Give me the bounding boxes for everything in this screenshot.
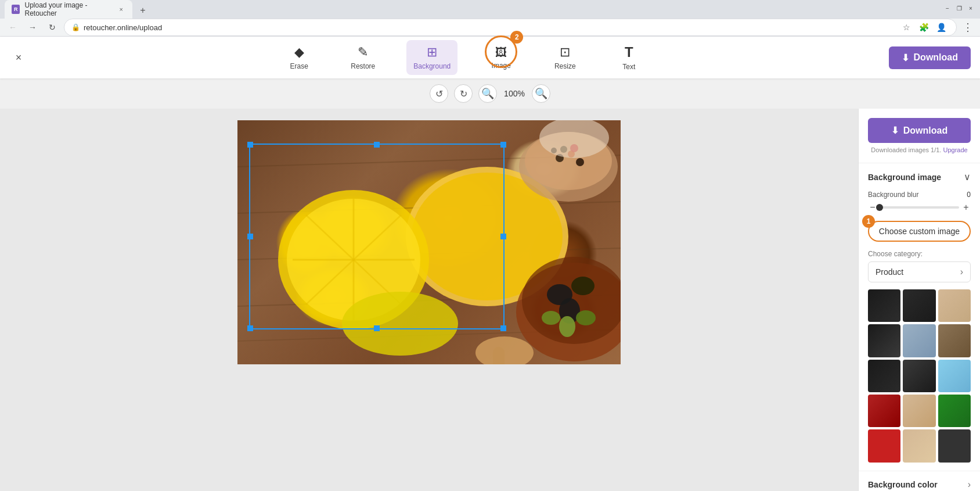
thumb-10[interactable] <box>868 395 900 427</box>
blur-value: 0 <box>967 191 971 199</box>
tool-restore[interactable]: ✎ Restore <box>343 40 383 75</box>
tab-favicon: R <box>12 5 20 14</box>
category-select[interactable]: Product › <box>868 261 971 282</box>
thumb-15[interactable] <box>938 429 971 462</box>
image-label: Image <box>492 62 511 70</box>
lock-icon: 🔒 <box>71 23 80 31</box>
svg-point-28 <box>542 311 560 325</box>
category-value: Product <box>875 267 903 277</box>
blur-track[interactable] <box>880 206 959 209</box>
thumb-2[interactable] <box>903 289 935 322</box>
new-tab-btn[interactable]: + <box>135 2 151 19</box>
step2-badge: 2 <box>510 31 523 44</box>
window-controls: − ❐ × <box>943 3 975 13</box>
tool-group: ◆ Erase ✎ Restore ⊞ Background 2 <box>39 40 889 76</box>
category-arrow-icon: › <box>960 267 963 277</box>
thumb-9[interactable] <box>938 360 971 392</box>
thumb-8[interactable] <box>903 360 935 392</box>
tool-image[interactable]: 🖼 Image <box>481 41 521 74</box>
panel-download-section: ⬇ Download Downloaded images 1/1. Upgrad… <box>859 109 980 163</box>
active-tab[interactable]: R Upload your image - Retoucher × <box>5 0 132 19</box>
thumb-13[interactable] <box>868 429 900 462</box>
choose-custom-image-btn[interactable]: Choose custom image <box>868 221 971 242</box>
download-arrow-icon: ⬇ <box>902 52 909 63</box>
canvas-image <box>237 120 621 364</box>
undo-btn[interactable]: ↺ <box>430 84 448 103</box>
right-panel: ⬇ Download Downloaded images 1/1. Upgrad… <box>858 109 980 491</box>
panel-download-note: Downloaded images 1/1. Upgrade <box>868 146 971 153</box>
url-text: retoucher.online/upload <box>84 23 162 32</box>
forward-btn[interactable]: → <box>24 19 41 35</box>
thumb-6[interactable] <box>938 324 971 357</box>
app-area: × ◆ Erase ✎ Restore ⊞ Background <box>0 37 980 491</box>
tool-resize[interactable]: ⊡ Resize <box>545 40 585 75</box>
erase-icon: ◆ <box>294 45 304 60</box>
download-label: Download <box>914 52 958 63</box>
browser-window: R Upload your image - Retoucher × + − ❐ … <box>0 0 980 491</box>
svg-point-30 <box>576 310 596 325</box>
restore-label: Restore <box>351 62 375 70</box>
close-btn[interactable]: × <box>966 3 975 13</box>
extensions-icon[interactable]: 🧩 <box>916 19 932 35</box>
image-grid <box>868 289 971 463</box>
tool-erase[interactable]: ◆ Erase <box>279 40 319 75</box>
zoom-percentage: 100% <box>503 89 526 98</box>
thumb-12[interactable] <box>938 395 971 427</box>
profile-icon[interactable]: 👤 <box>933 19 949 35</box>
reload-btn[interactable]: ↻ <box>44 19 60 35</box>
svg-rect-32 <box>493 347 505 364</box>
step1-badge: 1 <box>862 215 875 228</box>
thumb-1[interactable] <box>868 289 900 322</box>
panel-download-label: Download <box>903 126 947 136</box>
zoom-in-btn[interactable]: 🔍 <box>532 84 550 103</box>
restore-btn[interactable]: ❐ <box>954 3 964 13</box>
restore-icon: ✎ <box>358 45 368 60</box>
blur-thumb <box>876 204 883 211</box>
zoom-out-btn[interactable]: 🔍 <box>478 84 497 103</box>
blur-row: Background blur 0 <box>868 191 971 199</box>
tool-background[interactable]: ⊞ Background <box>406 40 457 75</box>
panel-bg-image-section: Background image ∨ Background blur 0 − <box>859 163 980 471</box>
blur-plus-btn[interactable]: + <box>961 202 971 213</box>
resize-label: Resize <box>554 62 576 70</box>
panel-download-btn[interactable]: ⬇ Download <box>868 118 971 143</box>
svg-point-29 <box>559 316 575 337</box>
blur-label: Background blur <box>868 191 918 199</box>
address-bar-row: ← → ↻ 🔒 retoucher.online/upload ☆ 🧩 👤 ⋮ <box>0 19 980 37</box>
minimize-btn[interactable]: − <box>943 3 952 13</box>
more-btn[interactable]: ⋮ <box>960 21 975 34</box>
bg-image-header[interactable]: Background image ∨ <box>859 163 980 191</box>
thumb-7[interactable] <box>868 360 900 392</box>
thumb-4[interactable] <box>868 324 900 357</box>
redo-btn[interactable]: ↻ <box>454 84 473 103</box>
panel-download-icon: ⬇ <box>891 125 899 136</box>
download-button[interactable]: ⬇ Download <box>889 46 971 69</box>
tab-close-btn[interactable]: × <box>117 5 125 14</box>
bg-color-section[interactable]: Background color › <box>859 471 980 491</box>
thumb-14[interactable] <box>903 429 935 462</box>
blur-slider-row: − + <box>868 202 971 213</box>
app-topbar: × ◆ Erase ✎ Restore ⊞ Background <box>0 37 980 78</box>
thumb-5[interactable] <box>903 324 935 357</box>
upgrade-link[interactable]: Upgrade <box>943 146 967 153</box>
background-icon: ⊞ <box>427 45 437 60</box>
thumb-11[interactable] <box>903 395 935 427</box>
bg-image-title: Background image <box>868 173 941 182</box>
tool-text[interactable]: T Text <box>608 40 649 76</box>
thumb-3[interactable] <box>938 289 971 322</box>
canvas-image-container <box>237 120 621 364</box>
tab-title: Upload your image - Retoucher <box>24 1 112 17</box>
back-btn[interactable]: ← <box>5 19 21 35</box>
background-label: Background <box>413 62 451 70</box>
canvas-area <box>0 109 858 491</box>
bookmark-icon[interactable]: ☆ <box>898 19 914 35</box>
address-icons: ☆ 🧩 👤 <box>898 19 949 35</box>
resize-icon: ⊡ <box>560 45 570 60</box>
bg-image-chevron: ∨ <box>964 171 971 182</box>
text-icon: T <box>625 44 633 60</box>
address-field[interactable]: 🔒 retoucher.online/upload ☆ 🧩 👤 <box>64 19 957 36</box>
svg-point-18 <box>576 158 584 166</box>
bg-color-title: Background color <box>868 480 938 489</box>
svg-point-13 <box>342 292 458 356</box>
close-editor-btn[interactable]: × <box>9 48 28 67</box>
